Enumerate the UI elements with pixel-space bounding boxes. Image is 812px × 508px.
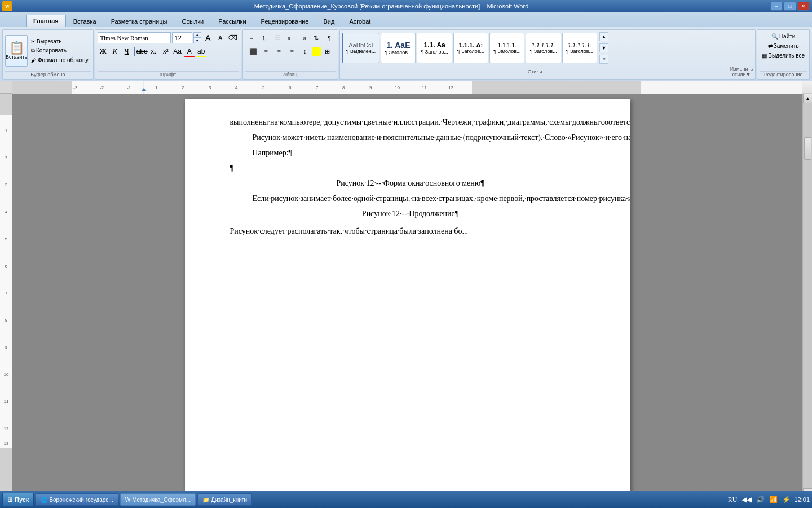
paste-icon: 📋 xyxy=(9,42,24,54)
style-item-normal[interactable]: AaBbCcI ¶ Выделен... xyxy=(342,33,380,63)
tray-icon-5: ⚡ xyxy=(781,496,792,504)
bullets-button[interactable]: ≡ xyxy=(245,32,258,43)
svg-text:13: 13 xyxy=(4,441,9,446)
style-h111-preview: 1.1.1. А: xyxy=(459,42,483,49)
vertical-scrollbar: ▲ ▼ xyxy=(802,94,812,498)
tab-page-layout[interactable]: Разметка страницы xyxy=(104,15,175,27)
decrease-indent-button[interactable]: ⇤ xyxy=(284,32,297,43)
tab-references[interactable]: Ссылки xyxy=(174,15,211,27)
select-button[interactable]: ▦ Выделить все xyxy=(760,51,807,60)
align-center-button[interactable]: ≡ xyxy=(260,46,272,57)
svg-rect-2 xyxy=(472,81,641,94)
taskbar-icon-1: 🌐 xyxy=(41,497,47,503)
tab-mailings[interactable]: Рассылки xyxy=(211,15,253,27)
style-item-h111[interactable]: 1.1.1. А: ¶ Заголов... xyxy=(453,33,488,63)
paragraph-1: выполнены·на·компьютере,·допустимы·цветн… xyxy=(230,116,591,128)
paragraph-7-caption: Рисунок·12·--·Продолжение¶ xyxy=(230,208,591,220)
font-grow-btn[interactable]: A xyxy=(202,32,214,43)
clipboard-label: Буфер обмена xyxy=(5,71,91,78)
align-left-button[interactable]: ⬛ xyxy=(247,46,259,57)
paragraph-label: Абзац xyxy=(245,71,336,78)
shading-button[interactable] xyxy=(312,47,321,56)
taskbar-icon-3: 📁 xyxy=(202,497,209,503)
tab-review[interactable]: Рецензирование xyxy=(254,15,316,27)
styles-more-button[interactable]: ≡ xyxy=(599,55,608,64)
find-button[interactable]: 🔍 Найти xyxy=(769,32,798,41)
strikethrough-button[interactable]: abe xyxy=(136,46,148,57)
replace-button[interactable]: ⇄ Заменить xyxy=(766,42,801,50)
subscript-button[interactable]: x₂ xyxy=(148,46,160,57)
format-paint-button[interactable]: 🖌 Формат по образцу xyxy=(29,56,91,64)
format-paint-label: Формат по образцу xyxy=(38,57,89,63)
font-size-increase[interactable]: ▲ xyxy=(193,32,201,38)
scroll-track[interactable] xyxy=(803,103,812,488)
superscript-button[interactable]: x² xyxy=(160,46,171,57)
svg-rect-3 xyxy=(72,81,472,94)
font-size-decrease[interactable]: ▼ xyxy=(193,38,201,43)
style-item-h1[interactable]: 1. AaE ¶ Заголов... xyxy=(381,33,416,63)
justify-button[interactable]: ≡ xyxy=(286,46,298,57)
pilcrow-5: ¶ xyxy=(480,179,484,187)
svg-rect-1 xyxy=(12,81,72,94)
font-shrink-btn[interactable]: A xyxy=(215,32,226,43)
paragraph-2: Рисунок·может·иметь·наименование·и·поясн… xyxy=(230,132,591,143)
italic-button[interactable]: К xyxy=(109,46,121,57)
svg-text:9: 9 xyxy=(369,85,372,90)
svg-text:-1: -1 xyxy=(127,85,131,90)
font-group-content: ▲ ▼ A A ⌫ Ж К Ч abe x₂ x² Aa A xyxy=(98,31,239,70)
style-h11111-label: ¶ Заголов... xyxy=(529,49,557,54)
underline-button[interactable]: Ч xyxy=(121,46,133,57)
sort-button[interactable]: ⇅ xyxy=(310,32,323,43)
style-item-h11111[interactable]: 1.1.1.1.1. ¶ Заголов... xyxy=(526,33,561,63)
title-text: Методичка_Оформление_Курсовой [Режим огр… xyxy=(12,3,770,10)
text-highlight-btn[interactable]: ab xyxy=(196,46,207,57)
tray-icon-1: RU xyxy=(727,496,739,504)
font-group: ▲ ▼ A A ⌫ Ж К Ч abe x₂ x² Aa A xyxy=(95,29,241,80)
paragraph-6: Если·рисунок·занимает·более·одной·страни… xyxy=(230,192,591,204)
document-area[interactable]: выполнены·на·компьютере,·допустимы·цветн… xyxy=(12,94,802,498)
edit-group: 🔍 Найти ⇄ Заменить ▦ Выделить все Редакт… xyxy=(757,29,810,80)
start-icon: ⊞ xyxy=(7,496,12,503)
taskbar-item-1[interactable]: 🌐 Воронежский государс... xyxy=(36,493,118,506)
clear-format-btn[interactable]: ⌫ xyxy=(227,32,239,43)
line-spacing-button[interactable]: ↕ xyxy=(299,46,311,57)
font-color-btn[interactable]: A xyxy=(184,46,195,57)
multi-level-button[interactable]: ☰ xyxy=(271,32,284,43)
svg-text:5: 5 xyxy=(5,237,8,242)
style-item-h1111[interactable]: 1.1.1.1. ¶ Заголов... xyxy=(489,33,524,63)
ruler-v-svg: 1 2 3 4 5 6 7 8 9 10 11 12 13 xyxy=(0,94,12,498)
font-name-input[interactable] xyxy=(98,32,171,43)
scroll-up-button[interactable]: ▲ xyxy=(803,94,812,103)
tab-acrobat[interactable]: Acrobat xyxy=(342,15,378,27)
style-item-h111111[interactable]: 1.1.1.1.1. ¶ Заголов... xyxy=(562,33,597,63)
style-item-h11[interactable]: 1.1. Aa ¶ Заголов... xyxy=(417,33,452,63)
align-right-button[interactable]: ≡ xyxy=(273,46,285,57)
scroll-thumb[interactable] xyxy=(804,137,811,160)
svg-text:11: 11 xyxy=(4,399,9,404)
cut-button[interactable]: ✂ Вырезать xyxy=(29,37,91,46)
styles-down-button[interactable]: ▼ xyxy=(599,43,608,52)
taskbar-item-2[interactable]: W Методичка_Оформл... xyxy=(120,493,196,506)
close-button[interactable]: ✕ xyxy=(797,2,810,11)
bold-button[interactable]: Ж xyxy=(98,46,109,57)
font-size-input[interactable] xyxy=(172,32,192,43)
styles-up-button[interactable]: ▲ xyxy=(599,32,608,41)
style-h1111-label: ¶ Заголов... xyxy=(493,49,520,54)
show-hide-button[interactable]: ¶ xyxy=(323,32,336,43)
start-button[interactable]: ⊞ Пуск xyxy=(2,493,34,506)
increase-indent-button[interactable]: ⇥ xyxy=(297,32,310,43)
minimize-button[interactable]: – xyxy=(770,2,783,11)
text-case-button[interactable]: Aa xyxy=(172,46,183,57)
maximize-button[interactable]: □ xyxy=(784,2,796,11)
numbering-button[interactable]: ⒈ xyxy=(258,32,271,43)
document-page[interactable]: выполнены·на·компьютере,·допустимы·цветн… xyxy=(185,99,630,492)
tab-insert[interactable]: Вставка xyxy=(66,15,104,27)
paste-button[interactable]: 📋 Вставить xyxy=(5,35,28,67)
tab-view[interactable]: Вид xyxy=(316,15,342,27)
copy-button[interactable]: ⧉ Копировать xyxy=(29,46,91,55)
taskbar-item-3[interactable]: 📁 Дизайн_книги xyxy=(197,493,252,506)
window-controls: – □ ✕ xyxy=(770,2,810,11)
borders-button[interactable]: ⊞ xyxy=(321,46,334,57)
svg-rect-21 xyxy=(0,115,12,448)
tab-home[interactable]: Главная xyxy=(26,15,66,27)
